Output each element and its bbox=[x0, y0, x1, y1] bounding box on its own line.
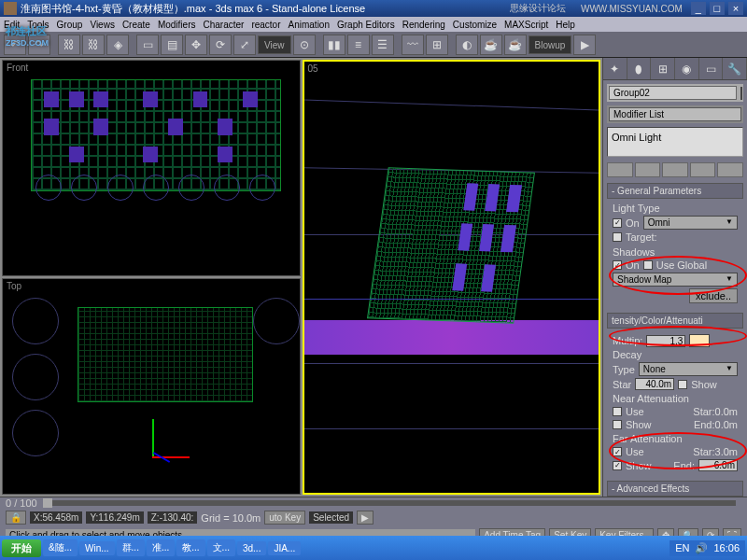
curve-editor-button[interactable]: 〰 bbox=[402, 35, 424, 55]
light-color-swatch[interactable] bbox=[689, 334, 710, 347]
far-end-spinner[interactable]: 6.0m bbox=[698, 459, 738, 471]
coord-y[interactable]: Y:116.249m bbox=[86, 511, 143, 524]
redo-button[interactable]: ↷ bbox=[28, 35, 50, 55]
shadow-on-checkbox[interactable]: ✓ bbox=[613, 260, 622, 270]
far-use-checkbox[interactable]: ✓ bbox=[613, 447, 622, 456]
target-checkbox[interactable] bbox=[613, 232, 622, 242]
lock-button[interactable]: 🔒 bbox=[6, 511, 26, 525]
align-button[interactable]: ≡ bbox=[347, 35, 370, 55]
menu-help[interactable]: Help bbox=[556, 20, 575, 30]
center-button[interactable]: ⊙ bbox=[293, 35, 316, 55]
menu-maxscript[interactable]: MAXScript bbox=[504, 20, 548, 30]
exclude-button[interactable]: xclude.. bbox=[689, 288, 738, 303]
render-last-button[interactable]: ▶ bbox=[573, 35, 596, 55]
viewport-top[interactable]: Top bbox=[2, 278, 301, 495]
viewport-front[interactable]: Front bbox=[2, 60, 301, 276]
menu-create[interactable]: Create bbox=[122, 20, 150, 30]
tab-hierarchy-icon[interactable]: ⊞ bbox=[651, 58, 675, 79]
decay-type-select[interactable]: None bbox=[639, 362, 738, 376]
close-button[interactable]: × bbox=[728, 2, 743, 15]
decay-start-spinner[interactable]: 40.0m bbox=[635, 378, 674, 390]
bind-button[interactable]: ◈ bbox=[106, 35, 129, 55]
schematic-button[interactable]: ⊞ bbox=[426, 35, 448, 55]
task-item[interactable]: JIA... bbox=[268, 541, 301, 555]
shadow-map-select[interactable]: Shadow Map bbox=[613, 273, 738, 287]
task-item[interactable]: &随... bbox=[43, 539, 78, 556]
rollout-advanced-effects[interactable]: - Advanced Effects bbox=[607, 481, 743, 497]
main-toolbar: ↶ ↷ ⛓ ⛓ ◈ ▭ ▤ ✥ ⟳ ⤢ View ⊙ ▮▮ ≡ ☰ 〰 ⊞ ◐ … bbox=[0, 32, 747, 58]
menu-animation[interactable]: Animation bbox=[289, 20, 330, 30]
make-unique-button[interactable] bbox=[662, 162, 688, 177]
maximize-button[interactable]: □ bbox=[710, 2, 725, 15]
language-indicator[interactable]: EN bbox=[675, 542, 689, 554]
object-name-field[interactable] bbox=[609, 86, 737, 100]
menu-tools[interactable]: Tools bbox=[27, 20, 49, 30]
menu-edit[interactable]: Edit bbox=[4, 20, 20, 30]
tab-create-icon[interactable]: ✦ bbox=[603, 58, 627, 79]
coord-z[interactable]: Z:-130.40: bbox=[148, 511, 198, 524]
undo-button[interactable]: ↶ bbox=[4, 35, 26, 55]
coord-x[interactable]: X:56.458m bbox=[30, 511, 82, 524]
menu-group[interactable]: Group bbox=[57, 20, 83, 30]
near-use-checkbox[interactable] bbox=[613, 407, 622, 416]
menu-modifiers[interactable]: Modifiers bbox=[158, 20, 196, 30]
menu-rendering[interactable]: Rendering bbox=[402, 20, 445, 30]
pin-stack-button[interactable] bbox=[607, 162, 633, 177]
select-button[interactable]: ▭ bbox=[136, 35, 159, 55]
task-item[interactable]: 3d... bbox=[237, 541, 266, 555]
use-global-label: Use Global bbox=[656, 259, 707, 271]
app-icon bbox=[4, 2, 17, 15]
multiplier-spinner[interactable]: 1.3 bbox=[646, 335, 685, 347]
render-preset-select[interactable]: Blowup bbox=[529, 35, 572, 54]
play-button[interactable]: ▶ bbox=[357, 511, 374, 525]
tab-utilities-icon[interactable]: 🔧 bbox=[723, 58, 747, 79]
show-end-button[interactable] bbox=[635, 162, 661, 177]
rollout-intensity[interactable]: tensity/Color/Attenuati bbox=[607, 313, 743, 329]
tab-modify-icon[interactable]: ⬮ bbox=[627, 58, 652, 79]
scale-button[interactable]: ⤢ bbox=[233, 35, 256, 55]
time-slider[interactable] bbox=[43, 500, 736, 506]
configure-button[interactable] bbox=[717, 162, 743, 177]
task-item[interactable]: 准... bbox=[147, 539, 175, 556]
use-global-checkbox[interactable] bbox=[643, 260, 653, 270]
decay-show-checkbox[interactable] bbox=[678, 380, 687, 389]
menu-character[interactable]: Character bbox=[203, 20, 244, 30]
tab-display-icon[interactable]: ▭ bbox=[699, 58, 724, 79]
light-on-checkbox[interactable]: ✓ bbox=[613, 218, 622, 228]
light-type-select[interactable]: Omni bbox=[643, 216, 738, 230]
rotate-button[interactable]: ⟳ bbox=[209, 35, 232, 55]
tray-icon[interactable]: 🔊 bbox=[695, 542, 708, 554]
unlink-button[interactable]: ⛓ bbox=[82, 35, 105, 55]
keymode-select[interactable]: Selected bbox=[309, 511, 353, 524]
start-button[interactable]: 开始 bbox=[2, 539, 41, 557]
task-item[interactable]: 文... bbox=[207, 539, 235, 556]
tab-motion-icon[interactable]: ◉ bbox=[675, 58, 699, 79]
select-name-button[interactable]: ▤ bbox=[161, 35, 183, 55]
refcoord-select[interactable]: View bbox=[258, 35, 291, 54]
menu-views[interactable]: Views bbox=[90, 20, 115, 30]
render-scene-button[interactable]: ☕ bbox=[480, 35, 502, 55]
far-show-checkbox[interactable]: ✓ bbox=[613, 461, 622, 470]
stack-item[interactable]: Omni Light bbox=[612, 132, 739, 143]
quick-render-button[interactable]: ☕ bbox=[504, 35, 527, 55]
autokey-button[interactable]: uto Key bbox=[264, 511, 305, 525]
task-item[interactable]: Win... bbox=[79, 541, 115, 555]
task-item[interactable]: 群... bbox=[117, 539, 145, 556]
remove-mod-button[interactable] bbox=[690, 162, 716, 177]
mirror-button[interactable]: ▮▮ bbox=[323, 35, 345, 55]
minimize-button[interactable]: _ bbox=[691, 2, 706, 15]
near-show-checkbox[interactable] bbox=[613, 420, 622, 429]
link-button[interactable]: ⛓ bbox=[58, 35, 80, 55]
menu-reactor[interactable]: reactor bbox=[251, 20, 280, 30]
task-item[interactable]: 教... bbox=[176, 539, 204, 556]
move-button[interactable]: ✥ bbox=[185, 35, 207, 55]
viewport-perspective[interactable]: 05 bbox=[303, 60, 601, 495]
rollout-general-params[interactable]: - General Parameters bbox=[607, 183, 743, 199]
modifier-list-select[interactable]: Modifier List bbox=[609, 107, 741, 121]
modifier-stack[interactable]: Omni Light bbox=[607, 127, 743, 157]
layers-button[interactable]: ☰ bbox=[372, 35, 394, 55]
menu-customize[interactable]: Customize bbox=[453, 20, 497, 30]
material-button[interactable]: ◐ bbox=[456, 35, 478, 55]
menu-grapheditors[interactable]: Graph Editors bbox=[337, 20, 395, 30]
object-color-swatch[interactable] bbox=[740, 87, 742, 100]
